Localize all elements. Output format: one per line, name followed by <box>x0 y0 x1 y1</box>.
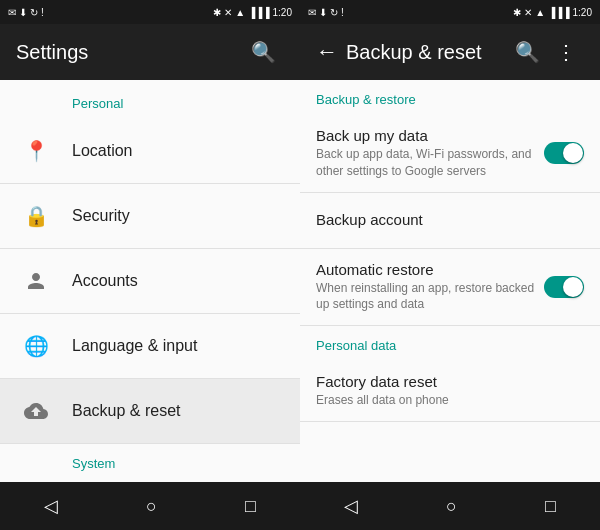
right-nav-bar: ◁ ○ □ <box>300 482 600 530</box>
backup-item[interactable]: Backup & reset <box>0 379 300 444</box>
right-content: Backup & restore Back up my data Back up… <box>300 80 600 482</box>
status-bar-right: ✉ ⬇ ↻ ! ✱ ✕ ▲ ▐▐▐ 1:20 <box>300 0 600 24</box>
datetime-item[interactable]: 🕐 Date & time <box>0 479 300 482</box>
backup-account-title: Backup account <box>316 211 584 228</box>
wifi-icon: ▲ <box>235 7 245 18</box>
backup-title: Backup & reset <box>72 402 284 420</box>
right-sync-icon: ↻ <box>330 7 338 18</box>
security-item[interactable]: 🔒 Security <box>0 184 300 249</box>
system-section-header: System <box>0 448 300 479</box>
home-button[interactable]: ○ <box>126 488 177 525</box>
language-item[interactable]: 🌐 Language & input <box>0 314 300 379</box>
accounts-text: Accounts <box>72 272 284 290</box>
accounts-icon <box>16 261 56 301</box>
right-back-button[interactable]: ◁ <box>324 487 378 525</box>
time-display: 1:20 <box>273 7 292 18</box>
backup-data-toggle-knob <box>563 143 583 163</box>
factory-reset-desc: Erases all data on phone <box>316 392 584 409</box>
back-arrow-icon[interactable]: ← <box>316 39 338 65</box>
auto-restore-toggle-knob <box>563 277 583 297</box>
left-panel: ✉ ⬇ ↻ ! ✱ ✕ ▲ ▐▐▐ 1:20 Settings 🔍 Person… <box>0 0 300 530</box>
auto-restore-desc: When reinstalling an app, restore backed… <box>316 280 544 314</box>
language-title: Language & input <box>72 337 284 355</box>
right-top-bar: ← Backup & reset 🔍 ⋮ <box>300 24 600 80</box>
backup-data-text: Back up my data Back up app data, Wi-Fi … <box>316 127 544 180</box>
back-button[interactable]: ◁ <box>24 487 78 525</box>
right-signal-icon: ▐▐▐ <box>548 7 569 18</box>
backup-text: Backup & reset <box>72 402 284 420</box>
recent-button[interactable]: □ <box>225 488 276 525</box>
factory-reset-text: Factory data reset Erases all data on ph… <box>316 373 584 409</box>
personal-section-header: Personal <box>0 80 300 119</box>
location-text: Location <box>72 142 284 160</box>
dl-icon: ⬇ <box>19 7 27 18</box>
right-time-display: 1:20 <box>573 7 592 18</box>
right-warn-icon: ! <box>341 7 344 18</box>
backup-restore-label: Backup & restore <box>300 80 600 115</box>
right-status-icons-right: ✱ ✕ ▲ ▐▐▐ 1:20 <box>513 7 592 18</box>
backup-data-title: Back up my data <box>316 127 544 144</box>
location-icon: 📍 <box>16 131 56 171</box>
left-top-bar: Settings 🔍 <box>0 24 300 80</box>
right-search-icon[interactable]: 🔍 <box>507 32 548 72</box>
personal-data-label: Personal data <box>300 326 600 361</box>
security-icon: 🔒 <box>16 196 56 236</box>
backup-icon <box>16 391 56 431</box>
warn-icon: ! <box>41 7 44 18</box>
accounts-title: Accounts <box>72 272 284 290</box>
left-content: Personal 📍 Location 🔒 Security Accounts … <box>0 80 300 482</box>
more-icon[interactable]: ⋮ <box>548 32 584 72</box>
backup-reset-title: Backup & reset <box>346 41 507 64</box>
auto-restore-item[interactable]: Automatic restore When reinstalling an a… <box>300 249 600 327</box>
factory-reset-item[interactable]: Factory data reset Erases all data on ph… <box>300 361 600 422</box>
signal-icon: ▐▐▐ <box>248 7 269 18</box>
backup-data-item[interactable]: Back up my data Back up app data, Wi-Fi … <box>300 115 600 193</box>
search-icon[interactable]: 🔍 <box>243 32 284 72</box>
backup-account-text: Backup account <box>316 211 584 230</box>
msg-icon: ✉ <box>8 7 16 18</box>
auto-restore-text: Automatic restore When reinstalling an a… <box>316 261 544 314</box>
right-status-icons-left: ✉ ⬇ ↻ ! <box>308 7 344 18</box>
backup-account-item[interactable]: Backup account <box>300 193 600 249</box>
right-recent-button[interactable]: □ <box>525 488 576 525</box>
location-title: Location <box>72 142 284 160</box>
status-icons-left: ✉ ⬇ ↻ ! <box>8 7 44 18</box>
language-text: Language & input <box>72 337 284 355</box>
language-icon: 🌐 <box>16 326 56 366</box>
right-msg-icon: ✉ <box>308 7 316 18</box>
factory-reset-title: Factory data reset <box>316 373 584 390</box>
security-title: Security <box>72 207 284 225</box>
right-wifi-icon: ▲ <box>535 7 545 18</box>
security-text: Security <box>72 207 284 225</box>
location-item[interactable]: 📍 Location <box>0 119 300 184</box>
status-bar-left: ✉ ⬇ ↻ ! ✱ ✕ ▲ ▐▐▐ 1:20 <box>0 0 300 24</box>
right-dl-icon: ⬇ <box>319 7 327 18</box>
backup-data-toggle[interactable] <box>544 142 584 164</box>
bt-icon: ✱ <box>213 7 221 18</box>
right-nosim-icon: ✕ <box>524 7 532 18</box>
status-icons-right: ✱ ✕ ▲ ▐▐▐ 1:20 <box>213 7 292 18</box>
backup-data-desc: Back up app data, Wi-Fi passwords, and o… <box>316 146 544 180</box>
auto-restore-toggle[interactable] <box>544 276 584 298</box>
auto-restore-title: Automatic restore <box>316 261 544 278</box>
settings-title: Settings <box>16 41 243 64</box>
right-bt-icon: ✱ <box>513 7 521 18</box>
left-nav-bar: ◁ ○ □ <box>0 482 300 530</box>
right-home-button[interactable]: ○ <box>426 488 477 525</box>
sync-icon: ↻ <box>30 7 38 18</box>
nosim-icon: ✕ <box>224 7 232 18</box>
accounts-item[interactable]: Accounts <box>0 249 300 314</box>
right-panel: ✉ ⬇ ↻ ! ✱ ✕ ▲ ▐▐▐ 1:20 ← Backup & reset … <box>300 0 600 530</box>
